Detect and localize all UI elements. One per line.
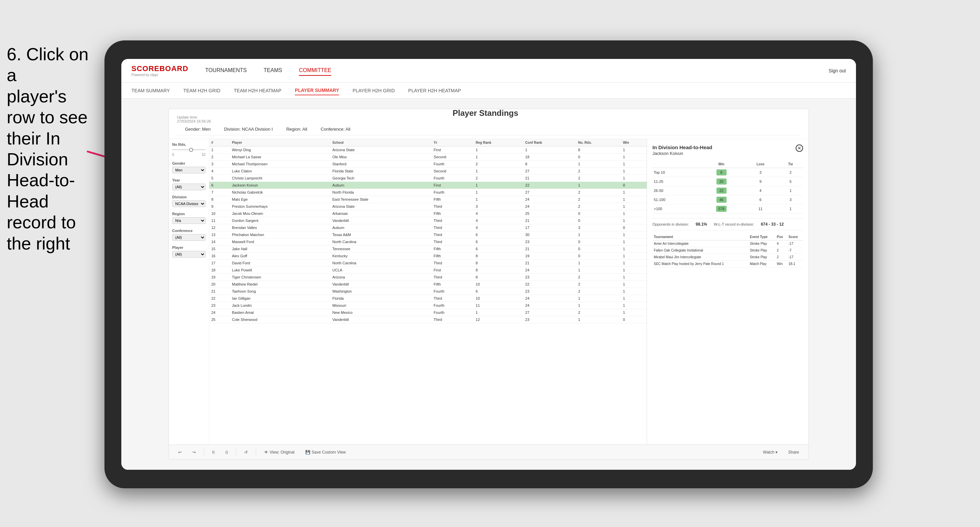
h2h-range: 11-25: [652, 177, 700, 186]
subnav-team-summary[interactable]: TEAM SUMMARY: [131, 86, 170, 95]
subnav-player-summary[interactable]: PLAYER SUMMARY: [295, 86, 339, 95]
update-time-value: 27/03/2024 16:56:26: [177, 119, 211, 123]
sign-out-button[interactable]: Sign out: [829, 68, 846, 73]
cell-win: 0: [621, 182, 647, 189]
cell-conf: 24: [523, 295, 576, 302]
table-row[interactable]: 16 Alex Goff Kentucky Fifth 8 19 0 1: [209, 252, 647, 260]
cell-win: 1: [621, 302, 647, 309]
subnav-team-h2h-grid[interactable]: TEAM H2H GRID: [183, 86, 220, 95]
paste-button[interactable]: ⎙: [223, 449, 231, 456]
nav-committee[interactable]: COMMITTEE: [299, 66, 331, 76]
watch-button[interactable]: Watch ▾: [760, 449, 780, 456]
region-label: Region: [172, 212, 205, 216]
cell-rds: 2: [576, 175, 621, 182]
cell-school: Florida State: [330, 168, 432, 175]
cell-player: Jackson Koivun: [230, 182, 330, 189]
table-row[interactable]: 1 Wenyi Ding Arizona State First 1 1 8 1: [209, 146, 647, 154]
cell-rds: 8: [576, 146, 621, 154]
conference-filter: Conference: All: [321, 127, 350, 132]
save-icon: 💾: [305, 450, 310, 455]
col-yr: Yr: [432, 139, 474, 146]
table-row[interactable]: 6 Jackson Koivun Auburn First 1 22 1 0: [209, 182, 647, 189]
view-original-button[interactable]: 👁 View: Original: [261, 449, 297, 456]
table-row[interactable]: 19 Tiger Christensen Arizona Third 8 23 …: [209, 274, 647, 281]
cell-rds: 2: [576, 274, 621, 281]
table-row[interactable]: 11 Gordon Sargent Vanderbilt Third 4 21 …: [209, 217, 647, 224]
table-row[interactable]: 10 Jacob Mou-Olesen Arkansas Fifth 4 25 …: [209, 210, 647, 217]
table-row[interactable]: 23 Jack Lundin Missouri Fourth 11 24 1 1: [209, 302, 647, 309]
undo-button[interactable]: ↩: [176, 449, 185, 456]
opponents-stats: Opponents in division: 98.1% W-L-T recor…: [652, 222, 803, 227]
gender-select[interactable]: Men: [172, 167, 205, 173]
instruction-text: 6. Click on a player's row to see their …: [0, 44, 98, 254]
cell-reg: 1: [474, 182, 523, 189]
rds-slider-track[interactable]: [172, 149, 205, 150]
subnav-player-h2h-grid[interactable]: PLAYER H2H GRID: [353, 86, 395, 95]
cell-school: New Mexico: [330, 309, 432, 316]
toolbar-separator-3: [256, 449, 256, 456]
tour-name: SEC Match Play hosted by Jerry Pate Roun…: [652, 260, 748, 267]
region-select[interactable]: N/a: [172, 217, 205, 224]
cell-conf: 18: [523, 154, 576, 160]
cell-win: 1: [621, 168, 647, 175]
h2h-table-header: Win Loss Tie: [652, 160, 803, 168]
cell-yr: Third: [432, 217, 474, 224]
refresh-button[interactable]: ↺: [242, 449, 250, 456]
h2h-table-row: 11-25 20 9 5: [652, 177, 803, 186]
division-section: Division NCAA Division I: [172, 195, 205, 207]
conference-select[interactable]: (All): [172, 234, 205, 241]
nav-tournaments[interactable]: TOURNAMENTS: [205, 66, 247, 76]
table-row[interactable]: 22 Ian Gilligan Florida Third 10 24 1 1: [209, 295, 647, 302]
table-row[interactable]: 17 David Ford North Carolina Third 8 21 …: [209, 260, 647, 267]
cell-conf: 21: [523, 260, 576, 267]
no-rds-label: No Rds.: [172, 143, 205, 146]
h2h-close-button[interactable]: ✕: [795, 144, 803, 152]
subnav-player-h2h-heatmap[interactable]: PLAYER H2H HEATMAP: [408, 86, 461, 95]
table-row[interactable]: 8 Mats Ege East Tennessee State Fifth 1 …: [209, 196, 647, 203]
cell-reg: 10: [474, 281, 523, 288]
cell-player: Nicholas Gabrelcik: [230, 189, 330, 196]
table-row[interactable]: 9 Preston Summerhays Arizona State Third…: [209, 203, 647, 210]
table-row[interactable]: 24 Bastien Amat New Mexico Fourth 1 27 2…: [209, 309, 647, 316]
year-select[interactable]: (All): [172, 184, 205, 190]
subnav-team-h2h-heatmap[interactable]: TEAM H2H HEATMAP: [234, 86, 282, 95]
save-custom-button[interactable]: 💾 Save Custom View: [302, 449, 348, 456]
table-row[interactable]: 13 Phichaksn Maichon Texas A&M Third 6 3…: [209, 231, 647, 238]
table-row[interactable]: 25 Cole Sherwood Vanderbilt Third 12 23 …: [209, 316, 647, 323]
table-row[interactable]: 3 Michael Thorbjornsen Stanford Fourth 2…: [209, 160, 647, 168]
table-row[interactable]: 4 Luke Claton Florida State Second 1 27 …: [209, 168, 647, 175]
cell-conf: 24: [523, 267, 576, 274]
cell-yr: Fifth: [432, 196, 474, 203]
share-button[interactable]: Share: [786, 449, 802, 456]
cell-rds: 0: [576, 154, 621, 160]
redo-button[interactable]: ↪: [190, 449, 199, 456]
cell-conf: 21: [523, 246, 576, 252]
table-row[interactable]: 15 Jake Hall Tennessee Fifth 6 21 0 1: [209, 246, 647, 252]
player-select[interactable]: (All): [172, 251, 205, 258]
cell-reg: 8: [474, 260, 523, 267]
cell-player: Preston Summerhays: [230, 203, 330, 210]
table-row[interactable]: 5 Christo Lamprecht Georgia Tech Fourth …: [209, 175, 647, 182]
table-row[interactable]: 20 Matthew Riedel Vanderbilt Fifth 10 22…: [209, 281, 647, 288]
table-row[interactable]: 12 Brendan Valles Auburn Third 4 17 3 0: [209, 224, 647, 231]
slider-max: 52: [202, 153, 205, 157]
cell-rds: 0: [576, 217, 621, 224]
table-row[interactable]: 14 Maxwell Ford North Carolina Third 6 2…: [209, 238, 647, 246]
h2h-tie: 1: [778, 186, 803, 195]
opponents-value: 98.1%: [695, 222, 707, 227]
opponents-label: Opponents in division:: [652, 222, 689, 226]
table-row[interactable]: 21 Taehoon Song Washington Fourth 6 23 2…: [209, 288, 647, 295]
cell-school: Tennessee: [330, 246, 432, 252]
nav-teams[interactable]: TEAMS: [264, 66, 282, 76]
table-row[interactable]: 2 Michael La Sasse Ole Miss Second 1 18 …: [209, 154, 647, 160]
table-row[interactable]: 7 Nicholas Gabrelcik North Florida Fourt…: [209, 189, 647, 196]
rds-slider-thumb[interactable]: [189, 148, 193, 152]
cell-yr: First: [432, 182, 474, 189]
table-row[interactable]: 18 Luke Powell UCLA First 8 24 1 1: [209, 267, 647, 274]
copy-button[interactable]: ⎘: [210, 449, 217, 456]
cell-num: 7: [209, 189, 230, 196]
tour-score: -17: [787, 240, 803, 247]
division-select[interactable]: NCAA Division I: [172, 200, 205, 207]
conference-label: Conference: [172, 229, 205, 233]
col-win: Win: [621, 139, 647, 146]
